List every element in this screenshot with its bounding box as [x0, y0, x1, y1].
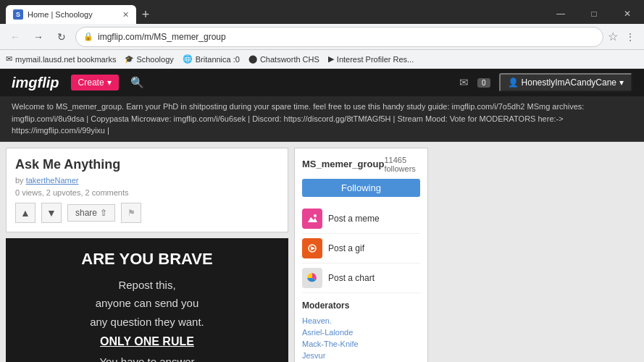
tab-favicon: S — [13, 9, 23, 20]
post-info-panel: Ask Me Anything by takertheNamer 0 views… — [6, 148, 288, 232]
chatsworth-icon: ⬤ — [248, 54, 257, 64]
maximize-button[interactable]: □ — [577, 4, 611, 24]
bookmark-icon[interactable]: ☆ — [608, 30, 618, 43]
create-button[interactable]: Create ▾ — [71, 75, 119, 90]
right-sidebar: MS_memer_group 11465 followers Following… — [294, 148, 428, 363]
extensions-icon[interactable]: ⋮ — [622, 31, 638, 43]
post-chart-option[interactable]: Post a chart — [302, 264, 420, 293]
mod-heaven[interactable]: Heaven. — [302, 315, 420, 327]
post-gif-option[interactable]: Post a gif — [302, 234, 420, 264]
post-stats: 0 views, 2 upvotes, 2 comments — [15, 188, 279, 197]
downvote-button[interactable]: ▼ — [41, 203, 62, 223]
author-link[interactable]: takertheNamer — [26, 176, 79, 185]
meme-line-4: You have to answer — [99, 353, 194, 362]
schoology-icon: 🎓 — [125, 55, 133, 63]
moderators-section: Moderators Heaven. Asriel-Lalonde Mack-T… — [302, 300, 420, 363]
meme-image: ARE YOU BRAVE Repost this, anyone can se… — [6, 238, 288, 363]
britannica-label: Britannica :0 — [196, 55, 240, 64]
close-button[interactable]: ✕ — [611, 4, 644, 24]
upvote-button[interactable]: ▲ — [15, 203, 35, 223]
announcement-bar: Welcome to MS_memer_group. Earn your PhD… — [0, 96, 644, 142]
bookmark-interest[interactable]: ▶ Interest Profiler Res... — [328, 54, 414, 64]
meme-svg-icon — [306, 212, 319, 225]
refresh-button[interactable]: ↻ — [52, 28, 71, 46]
share-button[interactable]: share ⇧ — [67, 204, 115, 222]
moderators-title: Moderators — [302, 300, 420, 311]
flag-button[interactable]: ⚑ — [121, 203, 141, 223]
tab-close-icon[interactable]: ✕ — [122, 10, 129, 20]
mymail-label: mymail.lausd.net bookmarks — [15, 55, 116, 64]
gif-svg-icon — [306, 242, 319, 255]
forward-button[interactable]: → — [29, 28, 48, 46]
user-icon: 👤 — [508, 77, 519, 88]
browser-toolbar: ← → ↻ 🔒 ☆ ⋮ — [0, 24, 644, 50]
post-title: Ask Me Anything — [15, 157, 279, 172]
chatsworth-label: Chatsworth CHS — [260, 55, 319, 64]
interest-icon: ▶ — [328, 54, 334, 64]
bookmark-britannica[interactable]: 🌐 Britannica :0 — [183, 54, 240, 64]
mymail-icon: ✉ — [6, 54, 12, 64]
post-chart-label: Post a chart — [328, 273, 375, 283]
post-meme-option[interactable]: Post a meme — [302, 204, 420, 234]
chart-icon — [302, 268, 322, 288]
bookmark-mymail[interactable]: ✉ mymail.lausd.net bookmarks — [6, 54, 116, 64]
post-author: by takertheNamer — [15, 175, 279, 185]
user-name: HonestlyImACandyCane — [522, 77, 616, 88]
post-actions: ▲ ▼ share ⇧ ⚑ — [15, 203, 279, 223]
bookmark-chatsworth[interactable]: ⬤ Chatsworth CHS — [248, 54, 319, 64]
gif-icon — [302, 238, 322, 258]
secure-icon: 🔒 — [83, 32, 93, 41]
user-dropdown-icon: ▾ — [619, 77, 624, 88]
following-button[interactable]: Following — [302, 179, 420, 197]
meme-icon — [302, 209, 322, 229]
meme-line-3: any question they want. — [90, 313, 204, 332]
announcement-text: Welcome to MS_memer_group. Earn your PhD… — [12, 102, 584, 135]
post-gif-label: Post a gif — [328, 243, 364, 253]
minimize-button[interactable]: — — [544, 4, 577, 24]
create-dropdown-icon: ▾ — [107, 77, 112, 88]
schoology-label: Schoology — [136, 55, 173, 64]
page-content: imgflip Create ▾ 🔍 ✉ 0 👤 HonestlyImACand… — [0, 69, 644, 362]
main-layout: Ask Me Anything by takertheNamer 0 views… — [0, 142, 644, 363]
url-bar[interactable]: 🔒 — [75, 27, 603, 47]
back-button[interactable]: ← — [6, 28, 25, 46]
mod-jesvur[interactable]: Jesvur — [302, 350, 420, 361]
imgflip-header: imgflip Create ▾ 🔍 ✉ 0 👤 HonestlyImACand… — [0, 69, 644, 96]
create-label: Create — [78, 77, 104, 88]
chart-svg-icon — [306, 272, 319, 285]
group-name: MS_memer_group — [302, 159, 384, 169]
notification-badge[interactable]: 0 — [477, 78, 490, 88]
meme-line-2: anyone can send you — [96, 294, 199, 313]
bookmark-schoology[interactable]: 🎓 Schoology — [125, 55, 173, 64]
active-tab[interactable]: S Home | Schoology ✕ — [6, 5, 136, 24]
mod-asriel[interactable]: Asriel-Lalonde — [302, 327, 420, 338]
share-icon: ⇧ — [100, 208, 107, 218]
sidebar-header: MS_memer_group 11465 followers — [302, 156, 420, 173]
share-label: share — [75, 208, 97, 218]
new-tab-button[interactable]: + — [136, 5, 155, 24]
search-icon[interactable]: 🔍 — [130, 76, 144, 89]
meme-headline: ARE YOU BRAVE — [81, 250, 212, 269]
tab-title: Home | Schoology — [28, 10, 118, 19]
bookmarks-bar: ✉ mymail.lausd.net bookmarks 🎓 Schoology… — [0, 50, 644, 69]
post-section: Ask Me Anything by takertheNamer 0 views… — [6, 148, 288, 363]
header-right: ✉ 0 👤 HonestlyImACandyCane ▾ — [459, 73, 632, 92]
user-menu-button[interactable]: 👤 HonestlyImACandyCane ▾ — [499, 73, 632, 92]
followers-count: 11465 followers — [384, 156, 420, 173]
message-icon[interactable]: ✉ — [459, 76, 469, 89]
svg-point-2 — [314, 214, 317, 217]
imgflip-logo: imgflip — [12, 75, 59, 91]
britannica-icon: 🌐 — [183, 54, 193, 64]
url-input[interactable] — [98, 32, 595, 42]
mod-mack[interactable]: Mack-The-Knife — [302, 338, 420, 350]
meme-line-1: Repost this, — [118, 276, 175, 295]
interest-label: Interest Profiler Res... — [337, 55, 414, 64]
meme-rule: ONLY ONE RULE — [100, 335, 194, 348]
post-meme-label: Post a meme — [328, 214, 380, 224]
